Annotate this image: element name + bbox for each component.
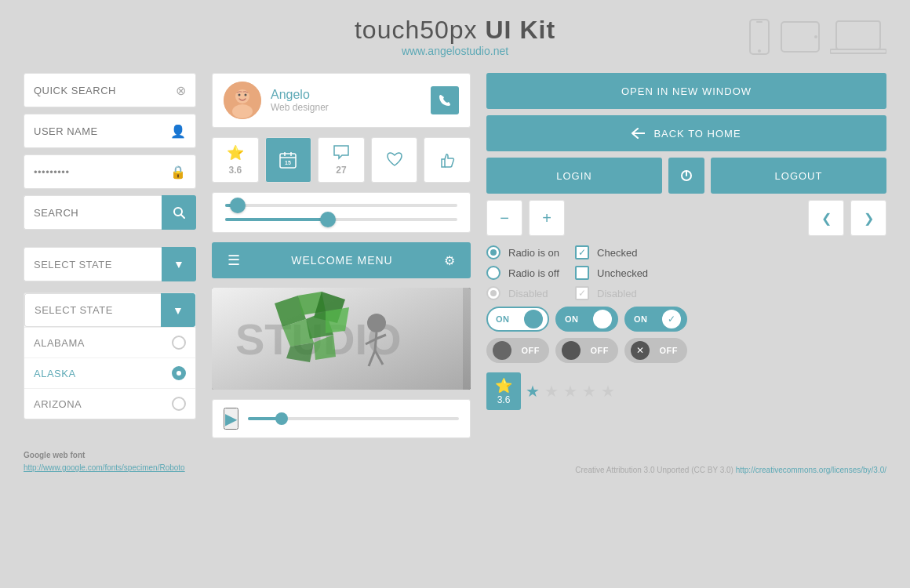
radio-disabled-label: Disabled [508, 288, 548, 299]
stat-calendar[interactable]: 15 [265, 137, 312, 183]
select-state-row: SELECT STATE ▼ [24, 247, 196, 281]
power-button[interactable] [668, 158, 704, 194]
svg-line-8 [181, 215, 185, 219]
menu-bar[interactable]: ☰ WELCOME MENU ⚙ [212, 242, 471, 278]
stars-block: ⭐ 3.6 ★ ★ ★ ★ ★ [486, 372, 886, 410]
laptop-device-icon [830, 18, 886, 56]
user-icon: 👤 [170, 124, 186, 139]
slider-1[interactable] [225, 204, 457, 207]
open-new-window-button[interactable]: OPEN IN NEW WINDOW [486, 73, 886, 109]
radio-on[interactable] [486, 245, 500, 260]
play-button[interactable]: ▶ [224, 408, 238, 430]
svg-point-10 [235, 89, 249, 103]
slider-1-thumb[interactable] [230, 198, 246, 213]
search-icon [173, 206, 185, 219]
back-arrow-icon [632, 128, 646, 139]
quick-search-input[interactable] [34, 85, 176, 96]
footer-right: Creative Attribution 3.0 Unported (CC BY… [575, 466, 886, 474]
list-item[interactable]: ALABAMA [24, 328, 195, 358]
password-input[interactable] [34, 166, 170, 178]
stat-heart[interactable] [371, 137, 418, 183]
progress-thumb[interactable] [275, 412, 288, 425]
logout-button[interactable]: LOGOUT [711, 158, 886, 194]
phone-button[interactable] [431, 86, 459, 114]
hamburger-icon[interactable]: ☰ [220, 252, 248, 269]
thumbsup-icon [439, 151, 456, 169]
star-1[interactable]: ★ [526, 382, 540, 401]
middle-column: Angelo Web designer ⭐ 3.6 [212, 73, 471, 438]
username-input[interactable] [34, 125, 170, 137]
stats-row: ⭐ 3.6 15 27 [212, 137, 471, 183]
footer: Google web font http://www.google.com/fo… [24, 449, 886, 474]
star-rating-icon: ⭐ [495, 377, 512, 394]
video-background-svg: STUDIO [212, 288, 463, 390]
decrement-button[interactable]: − [486, 200, 522, 236]
checkbox-col: ✓ Checked Unchecked ✓ Disabled [575, 245, 648, 300]
checkbox-unchecked[interactable] [575, 266, 589, 280]
main-content: ⊗ 👤 🔒 SELECT STATE ▼ [24, 73, 886, 438]
rating-value: 3.6 [228, 165, 242, 176]
svg-line-30 [375, 332, 377, 350]
radio-on-label: Radio is on [508, 247, 559, 259]
checkbox-disabled-row: ✓ Disabled [575, 286, 648, 300]
profile-role: Web designer [271, 102, 421, 113]
select-state-button[interactable]: ▼ [162, 247, 196, 281]
toggle-on-3[interactable]: ON ✓ [624, 307, 687, 332]
header-subtitle[interactable]: www.angelostudio.net [355, 45, 555, 57]
app-title: touch50px UI Kit [355, 16, 555, 45]
stepper-nav-row: − + ❮ ❯ [486, 200, 886, 236]
password-field[interactable]: 🔒 [24, 154, 196, 189]
svg-rect-0 [750, 20, 769, 54]
increment-button[interactable]: + [529, 200, 565, 236]
left-column: ⊗ 👤 🔒 SELECT STATE ▼ [24, 73, 196, 438]
stat-messages[interactable]: 27 [318, 137, 365, 183]
toggle-off-1[interactable]: OFF [486, 338, 549, 363]
stat-rating[interactable]: ⭐ 3.6 [212, 137, 259, 183]
radio-off[interactable] [486, 266, 500, 280]
license-url[interactable]: http://creativecommons.org/licenses/by/3… [736, 466, 886, 474]
star-rating-box: ⭐ 3.6 [486, 372, 521, 410]
slider-2[interactable] [225, 218, 457, 221]
progress-track[interactable] [248, 417, 459, 420]
star-icon: ⭐ [227, 144, 244, 162]
toggle-off-3[interactable]: ✕ OFF [624, 338, 687, 363]
gear-icon[interactable]: ⚙ [436, 253, 463, 268]
slider-2-thumb[interactable] [320, 212, 336, 227]
back-to-home-button[interactable]: BACK TO HOME [486, 115, 886, 151]
slider-block [212, 192, 471, 233]
star-5[interactable]: ★ [601, 382, 615, 401]
stat-thumbsup[interactable] [424, 137, 471, 183]
clear-icon[interactable]: ⊗ [176, 83, 186, 98]
svg-rect-6 [830, 49, 886, 53]
avatar-image [224, 82, 261, 119]
toggle-off-2[interactable]: OFF [555, 338, 618, 363]
checkbox-unchecked-row: Unchecked [575, 266, 648, 280]
font-url[interactable]: http://www.google.com/fonts/specimen/Rob… [24, 463, 185, 472]
toggle-on-3-label: ON [631, 314, 651, 324]
star-3[interactable]: ★ [563, 382, 577, 401]
checkbox-checked[interactable]: ✓ [575, 245, 589, 260]
radio-off-label: Radio is off [508, 267, 559, 279]
svg-rect-1 [756, 21, 763, 23]
video-thumbnail: STUDIO [212, 288, 471, 390]
toggle-on-1[interactable]: ON [486, 307, 549, 332]
list-item[interactable]: ALASKA [24, 358, 195, 389]
search-button[interactable] [162, 195, 196, 230]
list-item[interactable]: ARIZONA [24, 389, 195, 419]
next-button[interactable]: ❯ [850, 200, 886, 236]
radio-off-row: Radio is off [486, 266, 559, 280]
search-input[interactable] [34, 207, 152, 219]
media-player: ▶ [212, 399, 471, 438]
profile-info: Angelo Web designer [271, 88, 421, 113]
dropdown-select-button[interactable]: ▼ [161, 293, 195, 327]
message-count: 27 [336, 165, 346, 176]
toggle-on-2[interactable]: ON [555, 307, 618, 332]
star-4[interactable]: ★ [582, 382, 596, 401]
item-name: ARIZONA [34, 398, 82, 410]
quick-search-field[interactable]: ⊗ [24, 73, 196, 107]
login-button[interactable]: LOGIN [486, 158, 662, 194]
star-2[interactable]: ★ [544, 382, 559, 401]
username-field[interactable]: 👤 [24, 114, 196, 148]
dropdown-label: SELECT STATE [24, 293, 161, 327]
prev-button[interactable]: ❮ [808, 200, 844, 236]
